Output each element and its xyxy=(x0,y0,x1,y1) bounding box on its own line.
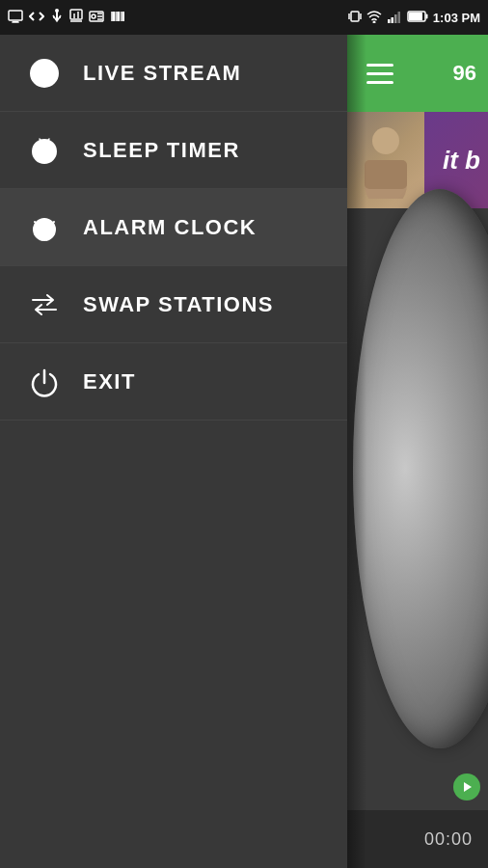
vibrate-icon xyxy=(348,10,362,26)
svg-rect-0 xyxy=(9,11,22,20)
svg-line-48 xyxy=(41,239,42,240)
right-panel: 96 it b xyxy=(347,35,488,868)
hamburger-button[interactable] xyxy=(359,52,401,95)
svg-line-49 xyxy=(46,239,48,240)
menu-label-live-stream: LIVE STREAM xyxy=(83,61,241,86)
menu-label-alarm-clock: ALARM CLOCK xyxy=(83,215,257,240)
code-icon xyxy=(29,10,44,26)
thumbnail-area: it b xyxy=(347,112,488,208)
svg-rect-27 xyxy=(391,17,393,23)
menu-item-exit[interactable]: EXIT xyxy=(0,343,347,420)
battery-icon xyxy=(407,11,428,25)
menu-label-swap-stations: SWAP STATIONS xyxy=(83,292,274,317)
svg-point-35 xyxy=(42,71,46,75)
menu-item-live-stream[interactable]: LIVE STREAM xyxy=(0,35,347,112)
svg-point-4 xyxy=(55,9,59,13)
hamburger-line-3 xyxy=(366,81,393,84)
svg-rect-7 xyxy=(70,10,82,19)
media-icon xyxy=(89,10,104,26)
svg-point-12 xyxy=(92,14,95,18)
svg-marker-56 xyxy=(464,782,472,792)
download-icon xyxy=(69,9,83,27)
radio-icon xyxy=(23,52,66,95)
volume-dial[interactable] xyxy=(353,189,488,748)
time-display: 1:03 PM xyxy=(433,11,480,25)
signal-icon xyxy=(387,10,402,26)
barcode-icon xyxy=(110,10,125,26)
navigation-drawer: LIVE STREAM SLEEP TIMER xyxy=(0,35,347,868)
menu-label-sleep-timer: SLEEP TIMER xyxy=(83,138,240,163)
play-button[interactable] xyxy=(453,773,480,800)
hamburger-line-1 xyxy=(366,64,393,67)
status-bar: 1:03 PM xyxy=(0,0,488,35)
screen-icon xyxy=(8,10,23,26)
svg-rect-31 xyxy=(409,13,422,20)
alarm-icon xyxy=(23,206,66,249)
svg-rect-29 xyxy=(397,12,400,23)
sleep-icon xyxy=(23,129,66,172)
svg-rect-22 xyxy=(351,12,359,21)
main-layout: LIVE STREAM SLEEP TIMER xyxy=(0,35,488,868)
hamburger-line-2 xyxy=(366,72,393,75)
menu-item-alarm-clock[interactable]: ALARM CLOCK xyxy=(0,189,347,266)
svg-point-53 xyxy=(372,127,399,154)
bottom-bar: 00:00 xyxy=(347,810,488,868)
time-code-display: 00:00 xyxy=(424,829,473,850)
channel-number: 96 xyxy=(453,61,476,86)
power-icon xyxy=(23,361,66,403)
menu-item-sleep-timer[interactable]: SLEEP TIMER xyxy=(0,112,347,189)
right-panel-header: 96 xyxy=(347,35,488,112)
menu-label-exit: EXIT xyxy=(83,369,136,394)
svg-rect-26 xyxy=(388,19,391,23)
swap-icon xyxy=(23,284,66,326)
svg-point-25 xyxy=(372,20,375,23)
svg-rect-28 xyxy=(394,14,397,23)
svg-rect-55 xyxy=(365,160,407,189)
svg-rect-32 xyxy=(425,14,427,18)
status-icons-left xyxy=(8,9,125,27)
status-right: 1:03 PM xyxy=(348,10,480,26)
usb-icon xyxy=(50,9,64,27)
play-indicator xyxy=(453,773,480,800)
menu-item-swap-stations[interactable]: SWAP STATIONS xyxy=(0,266,347,343)
wifi-icon xyxy=(366,10,382,26)
thumbnail-overlay-text: it b xyxy=(443,146,480,176)
thumbnail-person xyxy=(347,112,424,208)
